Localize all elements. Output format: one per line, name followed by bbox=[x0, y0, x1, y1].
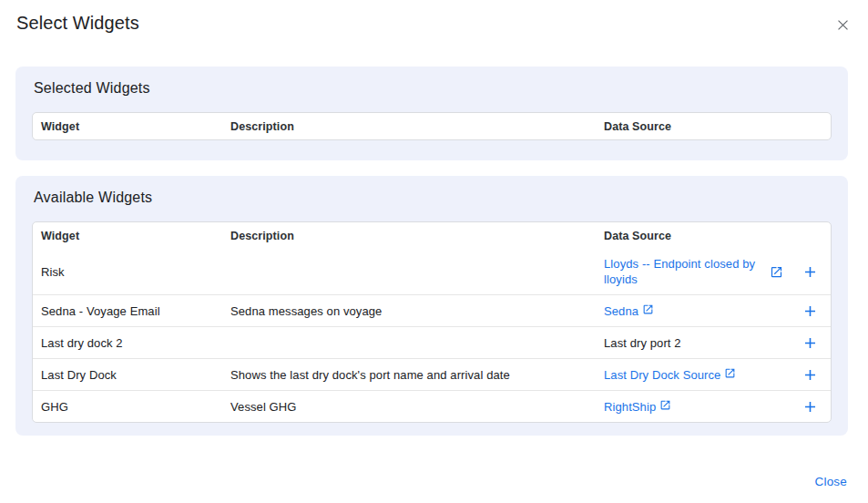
add-widget-button[interactable] bbox=[799, 332, 821, 354]
column-header-widget: Widget bbox=[41, 230, 230, 242]
external-link-icon[interactable] bbox=[763, 265, 789, 279]
table-row: GHGVessel GHGRightShip bbox=[33, 390, 831, 422]
data-source-cell: RightShip bbox=[604, 392, 763, 422]
add-widget-button[interactable] bbox=[799, 300, 821, 322]
add-widget-slot bbox=[789, 364, 831, 385]
column-header-data-source: Data Source bbox=[604, 120, 763, 133]
widget-name-cell: Sedna - Voyage Email bbox=[41, 297, 230, 325]
modal-footer: Close bbox=[814, 473, 847, 489]
external-link-icon[interactable] bbox=[659, 399, 671, 414]
column-header-description: Description bbox=[230, 120, 604, 133]
add-widget-slot bbox=[789, 300, 831, 322]
widget-name-cell: Last dry dock 2 bbox=[41, 329, 230, 357]
available-widgets-panel: Available Widgets Widget Description Dat… bbox=[15, 176, 848, 436]
add-widget-slot bbox=[789, 261, 831, 282]
selected-widgets-header-row: Widget Description Data Source bbox=[33, 113, 831, 139]
plus-icon bbox=[802, 334, 819, 352]
add-widget-slot bbox=[789, 395, 831, 417]
data-source-cell: Last dry port 2 bbox=[604, 329, 763, 357]
widget-description-cell: Shows the last dry dock's port name and … bbox=[230, 361, 604, 389]
external-link-icon[interactable] bbox=[642, 303, 654, 318]
available-widgets-header-row: Widget Description Data Source bbox=[33, 222, 831, 249]
plus-icon bbox=[802, 398, 819, 416]
widget-description-cell bbox=[230, 264, 604, 279]
column-header-widget: Widget bbox=[41, 120, 230, 133]
widget-description-cell: Sedna messages on voyage bbox=[230, 297, 604, 325]
plus-icon bbox=[802, 263, 819, 281]
add-widget-slot bbox=[789, 332, 831, 354]
table-row: RiskLloyds -- Endpoint closed by lloyids bbox=[33, 249, 831, 294]
external-link-icon[interactable] bbox=[724, 367, 736, 382]
modal-title: Select Widgets bbox=[16, 12, 139, 35]
widget-name-cell: Risk bbox=[41, 258, 230, 286]
add-widget-button[interactable] bbox=[799, 261, 821, 282]
close-button[interactable] bbox=[831, 13, 854, 36]
selected-widgets-table: Widget Description Data Source bbox=[32, 112, 832, 140]
data-source-cell: Sedna bbox=[604, 296, 763, 326]
widget-description-cell bbox=[230, 335, 604, 350]
data-source-text: Last dry port 2 bbox=[604, 336, 681, 350]
column-header-data-source: Data Source bbox=[604, 230, 763, 242]
data-source-cell: Lloyds -- Endpoint closed by lloyids bbox=[604, 249, 763, 294]
modal-header: Select Widgets bbox=[0, 12, 868, 36]
close-icon bbox=[835, 17, 851, 33]
available-widgets-rows: RiskLloyds -- Endpoint closed by lloyids… bbox=[33, 249, 831, 422]
data-source-link[interactable]: Last Dry Dock Source bbox=[604, 367, 720, 383]
close-link[interactable]: Close bbox=[814, 475, 847, 488]
data-source-link[interactable]: Sedna bbox=[604, 303, 638, 319]
data-source-cell: Last Dry Dock Source bbox=[604, 360, 763, 390]
selected-widgets-panel: Selected Widgets Widget Description Data… bbox=[15, 67, 848, 160]
column-header-description: Description bbox=[230, 230, 604, 242]
select-widgets-modal: Select Widgets Selected Widgets Widget D… bbox=[0, 0, 868, 503]
plus-icon bbox=[802, 366, 819, 384]
plus-icon bbox=[802, 303, 819, 320]
add-widget-button[interactable] bbox=[799, 364, 821, 385]
table-row: Last Dry DockShows the last dry dock's p… bbox=[33, 358, 831, 390]
available-widgets-heading: Available Widgets bbox=[32, 189, 832, 207]
widget-description-cell: Vessel GHG bbox=[230, 393, 604, 421]
widget-name-cell: GHG bbox=[41, 393, 230, 421]
add-widget-button[interactable] bbox=[799, 395, 821, 417]
selected-widgets-heading: Selected Widgets bbox=[32, 79, 832, 98]
available-widgets-table: Widget Description Data Source RiskLloyd… bbox=[32, 221, 832, 423]
widget-name-cell: Last Dry Dock bbox=[41, 361, 230, 389]
table-row: Sedna - Voyage EmailSedna messages on vo… bbox=[33, 294, 831, 326]
data-source-link[interactable]: Lloyds -- Endpoint closed by lloyids bbox=[604, 256, 760, 287]
table-row: Last dry dock 2Last dry port 2 bbox=[33, 326, 831, 358]
data-source-link[interactable]: RightShip bbox=[604, 399, 656, 415]
